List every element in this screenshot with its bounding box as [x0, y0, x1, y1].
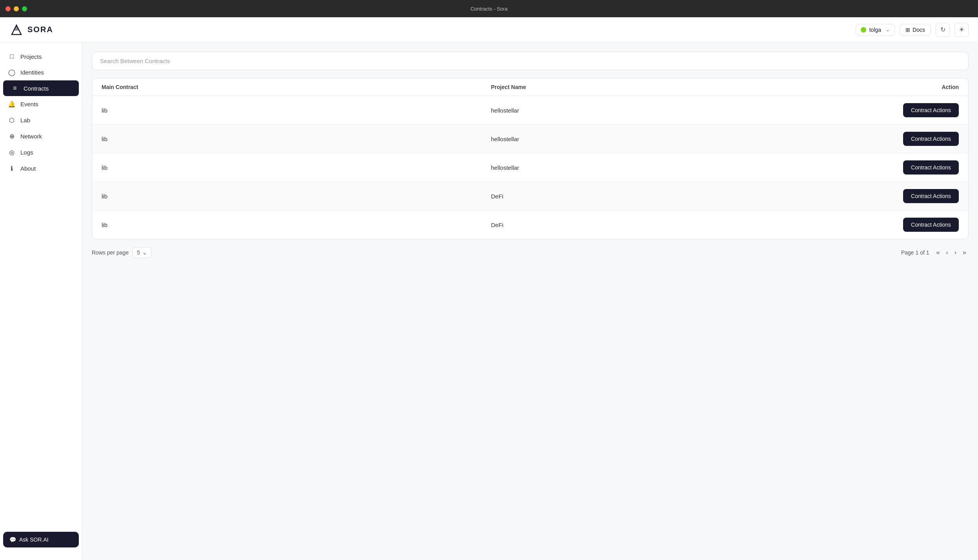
sidebar-item-logs[interactable]: ◎ Logs: [0, 144, 82, 160]
table-row: lib hellostellar Contract Actions: [92, 96, 968, 125]
svg-marker-1: [13, 25, 20, 31]
cell-project-name: hellostellar: [491, 107, 880, 114]
cell-main-contract: lib: [102, 136, 491, 142]
projects-icon: □: [8, 53, 16, 60]
logo-text: SORA: [27, 25, 53, 34]
topbar-right: tolga ⌄ ⊞ Docs ↻ ☀: [856, 23, 969, 37]
close-button[interactable]: [5, 6, 11, 11]
sidebar-item-network[interactable]: ⊕ Network: [0, 128, 82, 144]
window-controls[interactable]: [5, 6, 27, 11]
next-page-button[interactable]: ›: [952, 247, 959, 258]
sidebar-label-projects: Projects: [20, 53, 42, 60]
chevron-down-icon: ⌄: [142, 249, 147, 256]
sidebar-label-lab: Lab: [20, 117, 30, 124]
cell-action: Contract Actions: [880, 189, 959, 203]
page-info-section: Page 1 of 1 « ‹ › »: [901, 247, 969, 258]
table-header: Main Contract Project Name Action: [92, 78, 968, 96]
table-row: lib DeFi Contract Actions: [92, 211, 968, 239]
sidebar-item-identities[interactable]: ◯ Identities: [0, 64, 82, 80]
refresh-button[interactable]: ↻: [936, 23, 950, 37]
main-content: Search Between Contracts Main Contract P…: [82, 42, 978, 560]
search-input[interactable]: Search Between Contracts: [92, 52, 969, 70]
cell-main-contract: lib: [102, 164, 491, 171]
logo-icon: [9, 23, 24, 37]
pagination-bar: Rows per page 5 ⌄ Page 1 of 1 « ‹ › »: [92, 247, 969, 258]
prev-page-button[interactable]: ‹: [943, 247, 950, 258]
sidebar-item-lab[interactable]: ⬡ Lab: [0, 112, 82, 128]
sidebar-label-identities: Identities: [20, 69, 44, 76]
ask-sorai-button[interactable]: 💬 Ask SOR.AI: [3, 532, 79, 547]
logo: SORA: [9, 23, 53, 37]
cell-action: Contract Actions: [880, 218, 959, 232]
contract-actions-button[interactable]: Contract Actions: [903, 189, 959, 203]
docs-button[interactable]: ⊞ Docs: [900, 24, 931, 36]
table-body: lib hellostellar Contract Actions lib he…: [92, 96, 968, 239]
first-page-button[interactable]: «: [934, 247, 942, 258]
logs-icon: ◎: [8, 149, 16, 156]
theme-button[interactable]: ☀: [954, 23, 969, 37]
cell-action: Contract Actions: [880, 160, 959, 175]
refresh-icon: ↻: [940, 26, 945, 33]
contract-actions-button[interactable]: Contract Actions: [903, 218, 959, 232]
sidebar-item-about[interactable]: ℹ About: [0, 160, 82, 176]
last-page-button[interactable]: »: [960, 247, 969, 258]
topbar: SORA tolga ⌄ ⊞ Docs ↻ ☀: [0, 17, 978, 42]
rows-per-page-select[interactable]: 5 ⌄: [133, 247, 151, 258]
docs-label: Docs: [913, 27, 925, 33]
chevron-down-icon: ⌄: [886, 27, 890, 33]
contracts-table: Main Contract Project Name Action lib he…: [92, 78, 969, 239]
window-title: Contracts - Sora: [471, 6, 508, 12]
chat-icon: 💬: [9, 536, 16, 543]
table-row: lib hellostellar Contract Actions: [92, 125, 968, 153]
user-selector[interactable]: tolga ⌄: [856, 24, 895, 36]
sidebar: □ Projects ◯ Identities ≡ Contracts 🔔 Ev…: [0, 42, 82, 560]
about-icon: ℹ: [8, 165, 16, 172]
col-header-main-contract: Main Contract: [102, 84, 491, 90]
page-info-text: Page 1 of 1: [901, 249, 929, 256]
sidebar-bottom: 💬 Ask SOR.AI: [0, 525, 82, 554]
minimize-button[interactable]: [14, 6, 19, 11]
docs-icon: ⊞: [905, 27, 910, 33]
sidebar-label-contracts: Contracts: [24, 85, 49, 92]
network-icon: ⊕: [8, 133, 16, 140]
table-row: lib hellostellar Contract Actions: [92, 153, 968, 182]
contracts-icon: ≡: [11, 85, 19, 92]
cell-project-name: DeFi: [491, 222, 880, 228]
cell-project-name: hellostellar: [491, 164, 880, 171]
cell-main-contract: lib: [102, 107, 491, 114]
sidebar-label-about: About: [20, 165, 36, 172]
rows-per-page-value: 5: [137, 249, 140, 256]
contract-actions-button[interactable]: Contract Actions: [903, 160, 959, 175]
maximize-button[interactable]: [22, 6, 27, 11]
page-nav-buttons: « ‹ › »: [934, 247, 969, 258]
sidebar-item-events[interactable]: 🔔 Events: [0, 96, 82, 112]
identities-icon: ◯: [8, 69, 16, 76]
sidebar-label-events: Events: [20, 101, 38, 107]
user-name: tolga: [869, 27, 881, 33]
cell-project-name: hellostellar: [491, 136, 880, 142]
contract-actions-button[interactable]: Contract Actions: [903, 103, 959, 117]
sidebar-item-contracts[interactable]: ≡ Contracts: [3, 80, 79, 96]
ask-sorai-label: Ask SOR.AI: [19, 536, 49, 543]
contract-actions-button[interactable]: Contract Actions: [903, 132, 959, 146]
search-placeholder: Search Between Contracts: [100, 58, 170, 64]
col-header-project-name: Project Name: [491, 84, 880, 90]
user-status-dot: [861, 27, 866, 33]
table-row: lib DeFi Contract Actions: [92, 182, 968, 211]
theme-icon: ☀: [959, 26, 964, 33]
lab-icon: ⬡: [8, 116, 16, 124]
sidebar-label-logs: Logs: [20, 149, 33, 156]
cell-action: Contract Actions: [880, 103, 959, 117]
col-header-action: Action: [880, 84, 959, 90]
events-icon: 🔔: [8, 100, 16, 108]
sidebar-label-network: Network: [20, 133, 42, 140]
rows-per-page-control: Rows per page 5 ⌄: [92, 247, 151, 258]
cell-main-contract: lib: [102, 193, 491, 200]
cell-project-name: DeFi: [491, 193, 880, 200]
rows-per-page-label: Rows per page: [92, 249, 129, 256]
title-bar: Contracts - Sora: [0, 0, 978, 17]
cell-main-contract: lib: [102, 222, 491, 228]
cell-action: Contract Actions: [880, 132, 959, 146]
sidebar-item-projects[interactable]: □ Projects: [0, 49, 82, 64]
